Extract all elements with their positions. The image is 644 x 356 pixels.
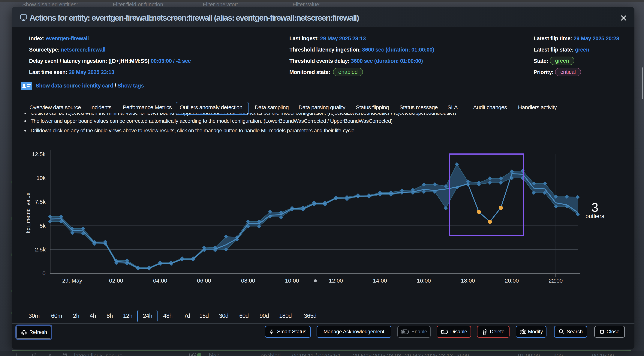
svg-text:16:00: 16:00 bbox=[417, 278, 431, 284]
svg-text:10k: 10k bbox=[36, 175, 46, 181]
svg-text:08:00: 08:00 bbox=[241, 278, 255, 284]
svg-text:20:00: 20:00 bbox=[505, 278, 519, 284]
svg-text:0: 0 bbox=[42, 270, 46, 276]
svg-text:06:00: 06:00 bbox=[197, 278, 211, 284]
svg-text:kpi_metric_value: kpi_metric_value bbox=[25, 192, 31, 233]
svg-text:3: 3 bbox=[592, 200, 598, 214]
svg-text:18:00: 18:00 bbox=[461, 278, 475, 284]
svg-text:04:00: 04:00 bbox=[153, 278, 167, 284]
svg-text:2.5k: 2.5k bbox=[35, 246, 46, 253]
svg-text:12.5k: 12.5k bbox=[32, 151, 46, 157]
svg-text:14:00: 14:00 bbox=[373, 278, 387, 284]
svg-text:5k: 5k bbox=[40, 223, 46, 229]
svg-text:29. May: 29. May bbox=[62, 278, 82, 284]
svg-text:12:00: 12:00 bbox=[329, 278, 343, 284]
svg-text:22:00: 22:00 bbox=[548, 278, 562, 284]
svg-text:02:00: 02:00 bbox=[109, 278, 123, 284]
svg-text:10:00: 10:00 bbox=[285, 278, 299, 284]
svg-text:7.5k: 7.5k bbox=[35, 199, 46, 205]
svg-text:outliers: outliers bbox=[586, 213, 604, 219]
